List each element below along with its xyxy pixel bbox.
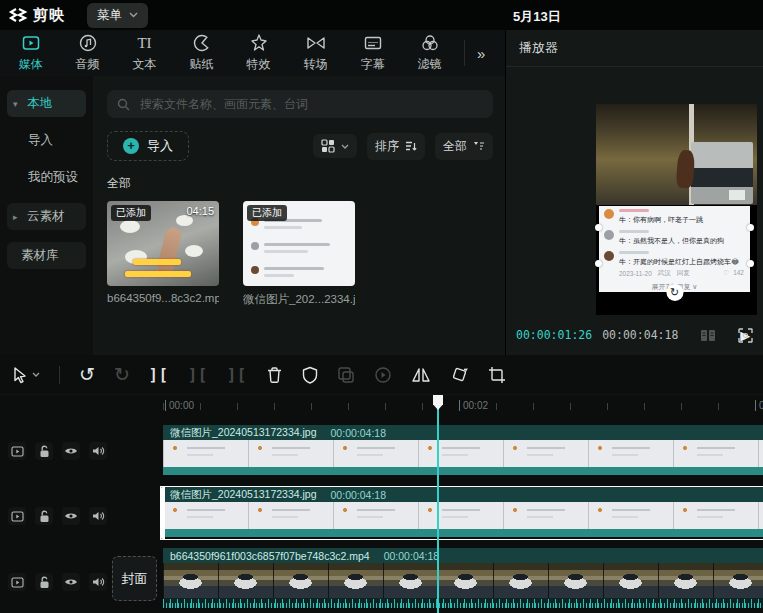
rotate-handle[interactable]: ↻ [666, 284, 683, 301]
search-input[interactable] [138, 96, 483, 112]
comment-row: 牛：虽然我不是人，但你是真的狗 [599, 227, 750, 248]
avatar [604, 230, 614, 240]
comment-overlay[interactable]: 牛：你有病啊，吓老子一跳 牛：虽然我不是人，但你是真的狗 牛：开庭的时候是红灯上… [599, 206, 750, 292]
avatar [604, 251, 614, 261]
capcut-logo-icon [8, 7, 28, 23]
track3-controls [8, 573, 107, 591]
track1-clip[interactable]: 微信图片_20240513172334.jpg 00:00:04:18 [163, 425, 763, 475]
clip-duration: 00:00:04:18 [331, 427, 386, 439]
view-mode-button[interactable] [313, 134, 357, 158]
media-filename: 微信图片_202...2334.jpg [243, 292, 355, 307]
media-card-image[interactable]: 已添加 微信图片_202...2334.jpg [243, 201, 355, 307]
tab-captions[interactable]: 字幕 [344, 33, 401, 73]
cover-button[interactable]: 封面 [112, 556, 157, 601]
speed-button [374, 366, 392, 384]
media-card-video[interactable]: 已添加 04:15 b664350f9...8c3c2.mp4 [107, 201, 219, 307]
track2-controls [8, 507, 107, 525]
cursor-icon [12, 366, 29, 384]
ruler-label: 00:00 [165, 400, 194, 411]
track-type-icon[interactable] [8, 573, 26, 591]
chevron-down-icon [32, 372, 40, 377]
split-button[interactable]: ][ [149, 366, 169, 384]
resize-handle[interactable] [747, 260, 754, 267]
filter-icon [473, 140, 485, 152]
freeze-button[interactable] [302, 366, 318, 384]
delete-button[interactable] [266, 366, 283, 384]
capcut-app: 剪映 菜单 5月13日 媒体 音频 TI 文本 贴纸 特效 [0, 0, 763, 613]
caret-right-icon: ▸ [13, 212, 22, 222]
resize-handle[interactable] [747, 224, 754, 231]
transition-icon [305, 33, 327, 53]
eye-icon[interactable] [62, 442, 80, 460]
media-icon [21, 33, 41, 53]
track-type-icon[interactable] [8, 442, 26, 460]
timeline-tracks: 微信图片_20240513172334.jpg 00:00:04:18 微信图片… [0, 421, 763, 613]
video-thumbnail: 已添加 04:15 [107, 201, 219, 286]
track2-clip-selected[interactable]: 微信图片_20240513172334.jpg 00:00:04:18 [160, 486, 763, 540]
select-tool-button[interactable] [12, 366, 40, 384]
media-browser: + 导入 排序 全部 全部 [93, 76, 505, 355]
undo-button[interactable]: ↺ [79, 363, 95, 386]
tab-audio[interactable]: 音频 [59, 33, 116, 73]
media-controls-row: + 导入 排序 全部 [107, 131, 493, 161]
search-icon [117, 98, 130, 111]
resize-handle[interactable] [595, 224, 602, 231]
sidebar-item-local[interactable]: ▾ 本地 [7, 90, 86, 117]
image-thumbnail: 已添加 [243, 201, 355, 286]
added-badge: 已添加 [111, 205, 151, 221]
sidebar-item-import[interactable]: 导入 [7, 127, 86, 154]
mirror-button[interactable] [411, 366, 431, 384]
avatar [604, 209, 614, 219]
timeline: ↺ ↻ ][ ][ ][ 00:00 00:02 00:04 [0, 355, 763, 613]
clip-filmstrip [163, 563, 763, 598]
sidebar-item-presets[interactable]: 我的预设 [7, 164, 86, 191]
project-date: 5月13日 [513, 8, 561, 26]
search-bar[interactable] [107, 90, 493, 118]
filter-button[interactable]: 全部 [435, 133, 493, 160]
lock-icon[interactable] [35, 507, 53, 525]
sort-button[interactable]: 排序 [367, 133, 425, 160]
rotate-button[interactable] [450, 365, 469, 384]
track3-clip[interactable]: b664350f961f003c6857f07be748c3c2.mp4 00:… [163, 548, 763, 608]
track-type-icon[interactable] [8, 507, 26, 525]
caret-down-icon: ▾ [13, 99, 22, 109]
scene-art [691, 142, 753, 204]
track2-clip[interactable]: 微信图片_20240513172334.jpg 00:00:04:18 [163, 487, 763, 537]
clip-footer-strip [163, 529, 763, 537]
speaker-icon[interactable] [89, 442, 107, 460]
sidebar-item-library[interactable]: 素材库 [7, 242, 86, 269]
preview-quality-icon[interactable] [700, 329, 716, 342]
split-left-button: ][ [188, 366, 208, 384]
thumbnail-art [120, 220, 140, 233]
clip-header: 微信图片_20240513172334.jpg 00:00:04:18 [163, 487, 763, 502]
menu-button[interactable]: 菜单 [87, 3, 148, 28]
clip-duration: 00:00:04:18 [384, 550, 439, 562]
crop-button[interactable] [488, 366, 506, 384]
speaker-icon[interactable] [89, 573, 107, 591]
tab-text[interactable]: TI 文本 [116, 33, 173, 73]
import-button[interactable]: + 导入 [107, 131, 189, 161]
eye-icon[interactable] [62, 573, 80, 591]
comment-row: 牛：你有病啊，吓老子一跳 [599, 206, 750, 227]
more-tabs-button[interactable]: » [464, 40, 485, 66]
thumbnail-art [251, 241, 349, 257]
media-panel: ▾ 本地 导入 我的预设 ▸ 云素材 素材库 [0, 76, 505, 355]
timeline-ruler[interactable]: 00:00 00:02 00:04 [0, 395, 763, 423]
lock-icon[interactable] [35, 442, 53, 460]
heart-icon: ♡ [723, 269, 729, 277]
eye-icon[interactable] [62, 507, 80, 525]
tab-sticker[interactable]: 贴纸 [173, 33, 230, 73]
audio-icon [78, 33, 98, 53]
tab-effects[interactable]: 特效 [230, 33, 287, 73]
plus-icon: + [123, 138, 139, 154]
tab-filters[interactable]: 滤镜 [401, 33, 458, 73]
fullscreen-icon[interactable] [738, 328, 753, 343]
tab-transitions[interactable]: 转场 [287, 33, 344, 73]
video-frame[interactable]: 牛：你有病啊，吓老子一跳 牛：虽然我不是人，但你是真的狗 牛：开庭的时候是红灯上… [596, 104, 757, 315]
resize-handle[interactable] [595, 260, 602, 267]
tab-media[interactable]: 媒体 [2, 33, 59, 73]
speaker-icon[interactable] [89, 507, 107, 525]
lock-icon[interactable] [35, 573, 53, 591]
trim-handle-left[interactable] [160, 487, 165, 539]
sidebar-item-cloud[interactable]: ▸ 云素材 [7, 203, 86, 230]
